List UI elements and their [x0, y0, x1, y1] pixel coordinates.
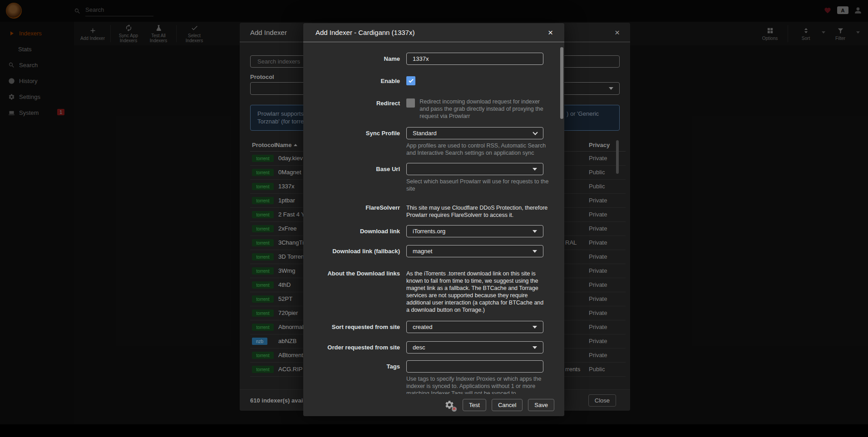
- tags-input[interactable]: [406, 360, 543, 373]
- download-link-fallback-select[interactable]: magnet: [406, 245, 543, 257]
- cancel-button[interactable]: Cancel: [492, 399, 523, 411]
- about-download-links-label: About the Download links: [316, 267, 406, 314]
- sync-profile-help: App profiles are used to control RSS, Au…: [406, 142, 551, 157]
- enable-label: Enable: [316, 75, 406, 85]
- sync-profile-select[interactable]: Standard: [406, 127, 543, 139]
- sync-profile-label: Sync Profile: [316, 127, 406, 157]
- order-requested-label: Order requested from site: [316, 341, 406, 354]
- modal-footer: ✕ Test Cancel Save: [303, 394, 564, 416]
- flaresolverr-text: This site may use Cloudflare DDoS Protec…: [406, 201, 548, 219]
- save-button[interactable]: Save: [528, 399, 554, 411]
- select-value: magnet: [413, 248, 432, 255]
- download-link-fallback-label: Download link (fallback): [316, 245, 406, 257]
- modal-header: Add Indexer - Cardigann (1337x) ×: [303, 23, 564, 42]
- test-button[interactable]: Test: [463, 399, 486, 411]
- modal-scrollbar-thumb[interactable]: [560, 47, 563, 119]
- tags-help: Use tags to specify Indexer Proxies or w…: [406, 375, 551, 394]
- redirect-label: Redirect: [316, 97, 406, 120]
- chevron-down-icon: [533, 168, 537, 171]
- advanced-x-badge: ✕: [452, 407, 457, 412]
- base-url-select[interactable]: [406, 163, 543, 175]
- name-input[interactable]: [406, 53, 543, 65]
- download-link-label: Download link: [316, 225, 406, 237]
- chevron-down-icon: [533, 346, 537, 349]
- chevron-down-icon: [533, 230, 537, 233]
- order-requested-select[interactable]: desc: [406, 341, 543, 354]
- select-value: Standard: [413, 130, 437, 137]
- about-download-links-text: As the iTorrents .torrent download link …: [406, 267, 548, 314]
- flaresolverr-label: FlareSolverr: [316, 201, 406, 219]
- check-icon: [409, 78, 414, 83]
- enable-checkbox[interactable]: [406, 76, 415, 85]
- redirect-help: Redirect incoming download request for i…: [419, 98, 543, 120]
- add-indexer-cardigann-modal: Add Indexer - Cardigann (1337x) × Name E…: [303, 23, 564, 416]
- select-value: desc: [413, 344, 425, 351]
- close-icon[interactable]: ×: [548, 28, 553, 37]
- modal-body: Name Enable Redirect Redirect incoming d…: [303, 42, 564, 394]
- base-url-help: Select which baseurl Prowlarr will use f…: [406, 178, 551, 192]
- select-value: iTorrents.org: [413, 228, 445, 235]
- select-value: created: [413, 324, 432, 330]
- sort-requested-select[interactable]: created: [406, 321, 543, 333]
- base-url-label: Base Url: [316, 163, 406, 192]
- chevron-down-icon: [533, 130, 538, 135]
- sort-requested-label: Sort requested from site: [316, 321, 406, 333]
- name-label: Name: [316, 53, 406, 65]
- chevron-down-icon: [533, 326, 537, 329]
- redirect-checkbox[interactable]: [406, 98, 415, 108]
- modal-title: Add Indexer - Cardigann (1337x): [316, 29, 414, 36]
- download-link-select[interactable]: iTorrents.org: [406, 225, 543, 237]
- tags-label: Tags: [316, 360, 406, 394]
- chevron-down-icon: [533, 250, 537, 253]
- advanced-settings-toggle[interactable]: ✕: [444, 400, 455, 411]
